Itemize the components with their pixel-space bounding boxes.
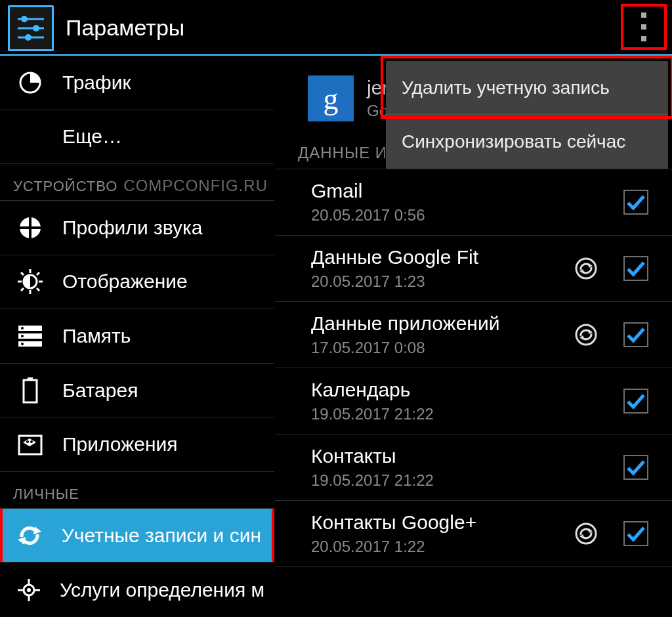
sync-checkbox[interactable] [623, 389, 648, 414]
traffic-icon [16, 71, 44, 95]
sidebar-item-label: Приложения [62, 433, 178, 456]
sidebar-item-location[interactable]: Услуги определения м [0, 563, 274, 617]
overflow-menu-button[interactable] [621, 4, 667, 50]
sync-checkbox[interactable] [623, 256, 648, 281]
sidebar-item-apps[interactable]: Приложения [0, 417, 274, 472]
sync-item-title: Gmail [311, 180, 560, 202]
sidebar-item-label: Еще… [62, 125, 122, 148]
more-vert-icon [641, 12, 646, 41]
svg-point-5 [25, 34, 32, 41]
sync-row-contacts[interactable]: Контакты 19.05.2017 21:22 [275, 435, 672, 501]
sync-item-title: Контакты Google+ [311, 511, 560, 534]
sidebar-item-accounts-sync[interactable]: Учетные записи и син [0, 509, 274, 563]
svg-point-22 [21, 327, 24, 330]
page-title: Параметры [66, 15, 184, 41]
sync-item-date: 19.05.2017 21:22 [311, 405, 560, 423]
section-header-label: ЛИЧНЫЕ [13, 486, 79, 503]
sidebar-item-label: Трафик [62, 72, 131, 94]
sync-row-appdata[interactable]: Данные приложений 17.05.2017 0:08 [275, 302, 672, 368]
sync-item-date: 20.05.2017 0:56 [311, 206, 560, 224]
watermark-text: COMPCONFIG.RU [123, 177, 268, 195]
sync-checkbox[interactable] [623, 190, 648, 215]
display-icon [16, 269, 44, 294]
sync-checkbox[interactable] [623, 455, 648, 480]
apps-icon [16, 433, 44, 456]
overflow-popup-menu: Удалить учетную запись Синхронизировать … [386, 61, 668, 169]
sync-row-contacts-gplus[interactable]: Контакты Google+ 20.05.2017 1:22 [275, 501, 672, 567]
svg-marker-28 [23, 438, 36, 446]
sidebar-item-label: Услуги определения м [60, 579, 264, 601]
sidebar-item-label: Учетные записи и син [62, 524, 261, 547]
sync-row-calendar[interactable]: Календарь 19.05.2017 21:22 [275, 368, 672, 435]
sync-item-date: 20.05.2017 1:22 [311, 538, 560, 556]
sync-item-title: Данные приложений [311, 312, 560, 335]
sidebar-item-traffic[interactable]: Трафик [0, 56, 274, 110]
sync-checkbox[interactable] [623, 322, 648, 347]
sync-item-list: Gmail 20.05.2017 0:56 Данные Google Fit … [275, 169, 672, 567]
svg-marker-31 [33, 526, 41, 534]
svg-point-34 [27, 588, 31, 592]
location-icon [16, 578, 41, 603]
sync-item-title: Контакты [311, 445, 560, 467]
svg-line-16 [37, 288, 39, 291]
sidebar-item-label: Батарея [62, 379, 138, 402]
sync-item-date: 20.05.2017 1:23 [311, 272, 560, 291]
sync-item-date: 17.05.2017 0:08 [311, 339, 560, 357]
svg-point-29 [26, 440, 29, 443]
storage-icon [16, 326, 44, 347]
menu-item-remove-account[interactable]: Удалить учетную запись [386, 61, 668, 115]
svg-point-3 [21, 16, 28, 22]
svg-point-4 [33, 25, 39, 32]
sync-row-googlefit[interactable]: Данные Google Fit 20.05.2017 1:23 [275, 236, 672, 302]
menu-item-label: Удалить учетную запись [402, 77, 610, 98]
svg-point-23 [21, 335, 24, 337]
refresh-status-icon [571, 522, 601, 545]
sidebar-item-storage[interactable]: Память [0, 309, 274, 364]
sync-item-date: 19.05.2017 21:22 [311, 471, 560, 490]
sidebar-item-label: Отображение [62, 270, 188, 293]
svg-rect-9 [20, 226, 41, 229]
menu-item-sync-now[interactable]: Синхронизировать сейчас [386, 115, 668, 169]
menu-item-label: Синхронизировать сейчас [402, 131, 625, 152]
sync-row-gmail[interactable]: Gmail 20.05.2017 0:56 [275, 169, 672, 236]
sidebar-section-device: УСТРОЙСТВО COMPCONFIG.RU [0, 164, 274, 201]
section-header-label: УСТРОЙСТВО [13, 178, 117, 195]
svg-line-17 [21, 288, 24, 291]
sidebar-item-battery[interactable]: Батарея [0, 364, 274, 418]
sync-item-title: Данные Google Fit [311, 246, 560, 268]
settings-icon [8, 5, 54, 51]
svg-point-39 [576, 259, 596, 278]
sidebar-item-label: Память [62, 325, 131, 347]
svg-point-42 [576, 325, 596, 345]
svg-point-24 [21, 343, 24, 345]
sidebar-item-label: Профили звука [62, 217, 202, 239]
svg-point-45 [576, 524, 596, 543]
sidebar-item-sound[interactable]: Профили звука [0, 201, 274, 255]
sync-item-title: Календарь [311, 379, 560, 401]
svg-marker-32 [18, 537, 26, 545]
sound-profiles-icon [16, 216, 44, 240]
sidebar-section-personal: ЛИЧНЫЕ [0, 472, 274, 509]
sync-checkbox[interactable] [623, 521, 648, 546]
battery-icon [16, 377, 44, 404]
settings-sidebar: Трафик Еще… УСТРОЙСТВО COMPCONFIG.RU Про… [0, 56, 275, 617]
svg-point-30 [30, 440, 33, 443]
refresh-status-icon [571, 257, 601, 280]
action-bar: Параметры [0, 0, 672, 56]
svg-line-18 [37, 272, 39, 275]
sidebar-item-more[interactable]: Еще… [0, 110, 274, 165]
google-logo-icon: g [308, 75, 354, 121]
sidebar-item-display[interactable]: Отображение [0, 255, 274, 310]
refresh-status-icon [571, 323, 601, 347]
sync-icon [16, 524, 43, 547]
svg-rect-26 [24, 380, 37, 402]
svg-line-15 [21, 272, 24, 275]
